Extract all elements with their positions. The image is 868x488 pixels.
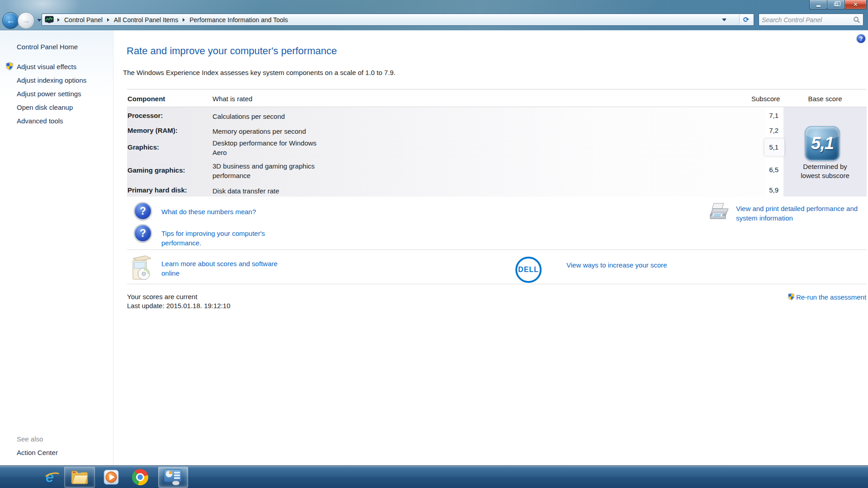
help-icon[interactable]: ? [856, 34, 866, 43]
page-title: Rate and improve your computer's perform… [127, 45, 337, 57]
printer-icon[interactable] [706, 202, 731, 221]
link-view-print-detail[interactable]: View and print detailed performance ands… [736, 204, 858, 223]
row-component: Gaming graphics: [127, 166, 185, 174]
breadcrumb-arrow-icon[interactable] [57, 18, 60, 22]
row-rated: 3D business and gaming graphicsperforman… [212, 161, 315, 180]
forward-button[interactable]: → [18, 12, 34, 29]
column-header-subscore: Subscore [751, 95, 778, 103]
question-glyph: ? [140, 205, 146, 217]
column-header-what-is-rated: What is rated [212, 95, 252, 103]
taskbar-item-internet-explorer[interactable]: e [39, 467, 61, 488]
table-top-divider [127, 89, 867, 89]
taskbar-item-performance-tools[interactable] [158, 467, 188, 488]
breadcrumb-control-panel[interactable]: Control Panel [61, 16, 105, 23]
uac-shield-icon [788, 293, 795, 300]
page-description: The Windows Experience Index assesses ke… [123, 69, 396, 76]
row-component: Primary hard disk: [127, 186, 187, 194]
question-glyph: ? [140, 227, 146, 239]
row-component: Graphics: [127, 143, 159, 151]
link-tips-improving[interactable]: Tips for improving your computer'sperfor… [161, 229, 265, 248]
refresh-icon: ⟳ [743, 15, 749, 24]
row-component: Memory (RAM): [127, 127, 178, 134]
close-icon: ✕ [853, 2, 858, 7]
taskbar-item-media-player[interactable] [100, 467, 122, 488]
software-box-icon[interactable] [130, 255, 154, 281]
restore-icon [834, 3, 838, 6]
row-rated: Calculations per second [212, 112, 285, 121]
address-dropdown-icon[interactable] [722, 19, 726, 21]
question-mark-icon[interactable]: ? [134, 202, 152, 220]
link-view-ways-increase-score[interactable]: View ways to increase your score [566, 261, 667, 269]
row-rated: Desktop performance for WindowsAero [212, 138, 316, 157]
base-score-badge: 5,1 [805, 126, 840, 161]
section-divider [127, 284, 867, 284]
search-box[interactable] [759, 14, 863, 26]
address-bar[interactable]: Control Panel All Control Panel Items Pe… [42, 14, 754, 26]
row-rated: Disk data transfer rate [212, 186, 279, 196]
row-subscore: 6,5 [751, 166, 778, 174]
performance-tools-icon [164, 469, 183, 485]
taskbar-item-chrome[interactable] [129, 467, 151, 488]
minimize-button[interactable] [809, 0, 827, 9]
desktop: ✕ ← → Control Panel All Control Panel It… [0, 0, 868, 488]
forward-arrow-icon: → [22, 16, 30, 26]
recent-pages-dropdown-icon[interactable] [37, 19, 42, 22]
status-scores-current: Your scores are current [127, 293, 197, 300]
question-mark-icon[interactable]: ? [134, 224, 152, 242]
sidebar-item-control-panel-home[interactable]: Control Panel Home [17, 43, 78, 51]
status-last-update: Last update: 2015.01.18. 19:12:10 [127, 302, 231, 310]
base-score-value: 5,1 [811, 134, 834, 153]
refresh-button[interactable]: ⟳ [739, 14, 753, 25]
row-subscore: 7,2 [751, 127, 778, 134]
search-input[interactable] [759, 16, 853, 23]
close-button[interactable]: ✕ [844, 0, 867, 9]
sidebar: Control Panel Home Adjust visual effects… [0, 30, 113, 466]
uac-shield-icon [5, 62, 14, 70]
minimize-icon [816, 5, 821, 7]
window-body: Control Panel Home Adjust visual effects… [0, 30, 868, 465]
link-learn-more-online[interactable]: Learn more about scores and softwareonli… [161, 259, 278, 278]
back-arrow-icon: ← [6, 16, 15, 26]
performance-monitor-icon [45, 16, 54, 24]
row-component: Processor: [127, 112, 163, 119]
link-what-numbers-mean[interactable]: What do these numbers mean? [161, 208, 256, 216]
row-subscore: 5,1 [751, 143, 778, 151]
sidebar-item-action-center[interactable]: Action Center [17, 449, 58, 456]
internet-explorer-icon: e [46, 469, 54, 486]
breadcrumb-arrow-icon[interactable] [107, 18, 109, 22]
base-score-caption: Determined by lowest subscore [783, 162, 867, 180]
dell-logo[interactable]: DELL [515, 257, 542, 283]
back-button[interactable]: ← [2, 12, 19, 29]
sidebar-item-adjust-visual-effects[interactable]: Adjust visual effects [17, 63, 76, 70]
folder-icon [71, 469, 89, 485]
row-rated: Memory operations per second [212, 127, 306, 136]
chrome-icon [132, 469, 148, 485]
maximize-button[interactable] [827, 0, 845, 9]
sidebar-item-adjust-power-settings[interactable]: Adjust power settings [17, 90, 81, 98]
column-header-base-score: Base score [783, 95, 867, 103]
taskbar: e [0, 465, 868, 488]
sidebar-item-open-disk-cleanup[interactable]: Open disk cleanup [17, 103, 73, 111]
see-also-heading: See also [17, 435, 43, 443]
sidebar-item-adjust-indexing-options[interactable]: Adjust indexing options [17, 76, 86, 84]
section-divider [127, 249, 867, 250]
breadcrumb-all-items[interactable]: All Control Panel Items [111, 16, 181, 23]
taskbar-item-windows-explorer[interactable] [64, 467, 95, 488]
column-header-component: Component [127, 95, 165, 103]
search-icon [853, 16, 860, 23]
sidebar-item-advanced-tools[interactable]: Advanced tools [17, 117, 63, 125]
row-subscore: 7,1 [751, 112, 778, 119]
breadcrumb-current-page[interactable]: Performance Information and Tools [187, 16, 291, 23]
dell-wordmark: DELL [518, 266, 539, 274]
main-pane: ? Rate and improve your computer's perfo… [113, 30, 868, 466]
link-rerun-assessment[interactable]: Re-run the assessment [796, 293, 866, 301]
media-player-icon [103, 469, 120, 486]
row-subscore: 5,9 [751, 186, 778, 194]
breadcrumb-arrow-icon[interactable] [183, 18, 185, 22]
